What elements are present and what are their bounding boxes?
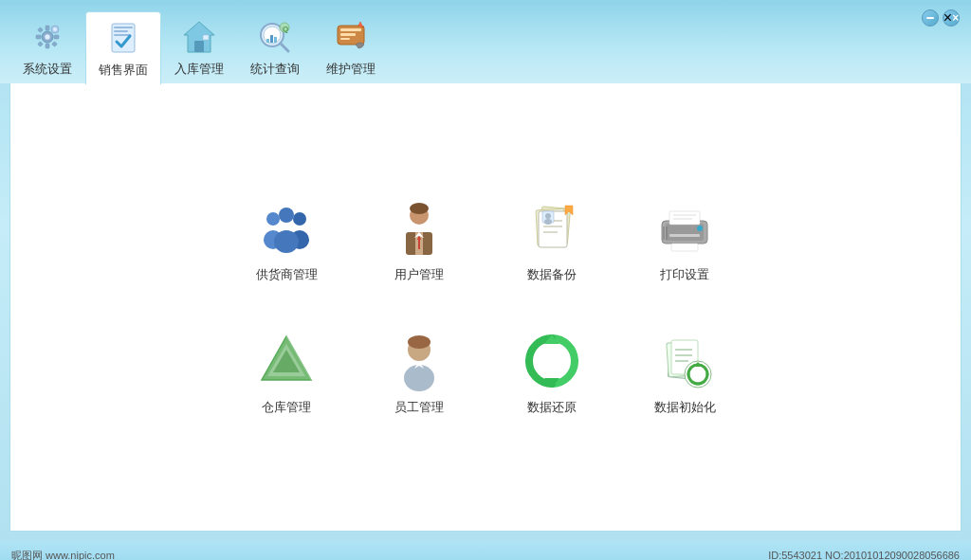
svg-rect-3 xyxy=(46,44,49,48)
svg-point-53 xyxy=(545,213,551,219)
close-button[interactable]: × xyxy=(943,9,960,27)
svg-rect-18 xyxy=(203,35,209,40)
bottom-bar: 昵图网 www.nipic.com ID:5543021 NO:20101012… xyxy=(0,541,971,560)
data-restore-item[interactable]: 数据还原 xyxy=(495,312,609,435)
tab-statistics-label: 统计查询 xyxy=(250,61,300,78)
svg-rect-23 xyxy=(274,37,277,43)
icon-grid: 供货商管理 xyxy=(211,160,760,454)
svg-rect-15 xyxy=(114,34,131,36)
tab-sales-interface-label: 销售界面 xyxy=(99,62,148,79)
statistics-icon: Q xyxy=(255,17,295,57)
print-settings-icon xyxy=(654,198,715,259)
svg-rect-4 xyxy=(36,35,41,39)
sales-interface-icon xyxy=(103,18,143,58)
svg-rect-43 xyxy=(418,240,420,249)
data-initialize-item[interactable]: 数据初始化 xyxy=(628,312,742,435)
data-initialize-label: 数据初始化 xyxy=(654,399,716,416)
svg-rect-21 xyxy=(266,39,269,43)
svg-point-37 xyxy=(274,230,299,253)
supplier-management-item[interactable]: 供货商管理 xyxy=(229,179,343,302)
svg-rect-57 xyxy=(669,234,700,237)
svg-point-39 xyxy=(410,203,429,214)
data-backup-item[interactable]: 数据备份 xyxy=(495,179,609,302)
svg-rect-56 xyxy=(666,224,704,241)
svg-point-70 xyxy=(408,335,431,349)
print-settings-label: 打印设置 xyxy=(660,266,709,283)
svg-rect-58 xyxy=(669,211,700,225)
supplier-icon xyxy=(256,198,317,259)
svg-rect-61 xyxy=(671,244,698,251)
window-controls: × xyxy=(922,9,960,27)
svg-line-24 xyxy=(281,44,288,51)
svg-point-62 xyxy=(697,226,703,231)
svg-rect-28 xyxy=(340,28,361,31)
svg-point-54 xyxy=(544,219,552,225)
svg-rect-22 xyxy=(270,35,273,43)
svg-rect-6 xyxy=(38,27,44,33)
svg-point-36 xyxy=(279,208,294,223)
supplier-label: 供货商管理 xyxy=(256,266,318,283)
employee-label: 员工管理 xyxy=(394,399,444,416)
svg-rect-5 xyxy=(54,35,59,39)
tab-system-settings-label: 系统设置 xyxy=(23,61,72,78)
bottom-left-text: 昵图网 www.nipic.com xyxy=(11,549,115,561)
svg-point-71 xyxy=(404,365,434,391)
minimize-button[interactable] xyxy=(922,9,939,27)
svg-rect-30 xyxy=(340,38,350,40)
svg-rect-14 xyxy=(114,30,128,32)
warehouse-label: 仓库管理 xyxy=(262,399,311,416)
maintenance-icon xyxy=(331,17,371,57)
data-backup-label: 数据备份 xyxy=(527,266,577,283)
inventory-icon xyxy=(179,17,219,57)
svg-rect-29 xyxy=(340,33,356,36)
toolbar: × xyxy=(0,0,971,83)
tab-statistics-query[interactable]: Q 统计查询 xyxy=(237,11,313,83)
employee-management-item[interactable]: 员工管理 xyxy=(362,312,476,435)
svg-point-11 xyxy=(53,27,57,31)
svg-rect-13 xyxy=(114,27,133,28)
user-icon xyxy=(389,198,449,259)
svg-rect-2 xyxy=(46,26,49,30)
svg-rect-7 xyxy=(52,42,58,47)
svg-text:Q: Q xyxy=(283,25,288,33)
tab-system-settings[interactable]: 系统设置 xyxy=(9,11,85,83)
warehouse-management-item[interactable]: 仓库管理 xyxy=(229,312,343,435)
svg-point-1 xyxy=(45,34,50,40)
user-label: 用户管理 xyxy=(394,266,444,283)
bottom-right-text: ID:5543021 NO:20101012090028056686 xyxy=(768,550,960,560)
user-management-item[interactable]: 用户管理 xyxy=(362,179,476,302)
tab-inventory-label: 入库管理 xyxy=(174,61,224,78)
tab-sales-interface[interactable]: 销售界面 xyxy=(85,11,161,84)
system-settings-icon xyxy=(27,17,67,57)
tab-maintenance-label: 维护管理 xyxy=(326,61,376,78)
main-content: 供货商管理 xyxy=(9,83,962,532)
svg-rect-17 xyxy=(194,41,204,52)
tab-maintenance-management[interactable]: 维护管理 xyxy=(313,11,389,83)
print-settings-item[interactable]: 打印设置 xyxy=(628,179,742,302)
data-initialize-icon xyxy=(654,331,715,391)
tab-inventory-management[interactable]: 入库管理 xyxy=(161,11,237,83)
svg-point-32 xyxy=(266,212,280,226)
svg-point-34 xyxy=(293,212,306,226)
employee-icon xyxy=(389,331,449,391)
data-restore-icon xyxy=(522,331,582,391)
svg-rect-8 xyxy=(38,42,44,47)
data-restore-label: 数据还原 xyxy=(527,399,577,416)
warehouse-icon xyxy=(256,331,317,391)
data-backup-icon xyxy=(522,198,582,259)
